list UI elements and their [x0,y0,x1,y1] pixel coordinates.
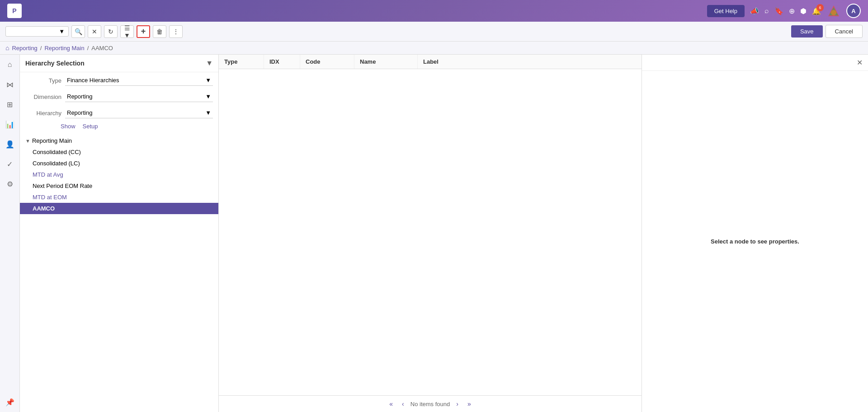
breadcrumb-reporting-main[interactable]: Reporting Main [44,45,84,52]
breadcrumb-reporting[interactable]: Reporting [12,45,37,52]
col-header-name[interactable]: Name [354,55,418,69]
type-dropdown-icon: ▼ [205,77,211,84]
top-nav: P Get Help 📣 ⌕ 🔖 ⊕ ⬢ 🔔 6 A [0,0,868,22]
tree-item[interactable]: Consolidated (LC) [20,158,218,169]
dropdown-arrow-icon: ▼ [59,28,65,35]
right-panel: ✕ Select a node to see properties. [642,55,868,412]
tree-item[interactable]: MTD at Avg [20,169,218,180]
tree-item[interactable]: Next Period EOM Rate [20,180,218,192]
collapse-button[interactable]: ▼ [206,59,213,67]
type-value: Finance Hierarchies [67,77,119,84]
hierarchy-row: Hierarchy Reporting ▼ [20,105,218,121]
show-link[interactable]: Show [61,123,75,130]
prev-page-button[interactable]: ‹ [399,399,407,408]
right-panel-content: Select a node to see properties. [642,71,868,412]
first-page-button[interactable]: « [387,399,396,408]
toolbar: ▼ 🔍 ✕ ↻ ☰ ▼ + 🗑 ⋮ Save Cancel [0,22,868,42]
cancel-button[interactable]: Cancel [826,25,863,38]
dimension-value: Reporting [67,93,92,100]
tree-item[interactable]: Consolidated (CC) [20,146,218,158]
svg-point-2 [831,10,836,15]
select-node-text: Select a node to see properties. [711,238,799,245]
setup-link[interactable]: Setup [83,123,98,130]
dimension-label: Dimension [25,94,61,100]
dimension-dropdown-icon: ▼ [205,93,211,100]
breadcrumb-sep1: / [40,45,42,52]
bookmark-icon[interactable]: 🔖 [774,7,783,15]
add-button[interactable]: + [137,25,150,38]
tree-item[interactable]: ▼Reporting Main [20,135,218,146]
search-button[interactable]: 🔍 [71,25,85,38]
pagination: « ‹ No items found › » [219,395,642,412]
last-page-button[interactable]: » [465,399,474,408]
close-right-panel-button[interactable]: ✕ [857,58,863,67]
home-icon: ⌂ [5,44,9,52]
col-header-idx[interactable]: IDX [264,55,300,69]
list-button[interactable]: ☰ ▼ [120,25,134,38]
table-body [219,69,642,395]
col-header-type[interactable]: Type [219,55,264,69]
sidebar-settings-icon[interactable]: ⚙ [4,178,16,190]
sidebar-pin-icon[interactable]: 📌 [4,396,16,408]
show-setup-row: Show Setup [20,121,218,133]
user-avatar[interactable]: A [846,4,861,18]
more-button[interactable]: ⋮ [169,25,183,38]
notification-icon[interactable]: 🔔 6 [812,7,821,15]
type-select[interactable]: Finance Hierarchies ▼ [65,75,213,86]
right-panel-header: ✕ [642,55,868,71]
megaphone-icon[interactable]: 📣 [750,7,759,15]
get-help-button[interactable]: Get Help [707,5,745,17]
save-button[interactable]: Save [791,25,823,37]
toolbar-dropdown[interactable]: ▼ [5,26,69,37]
main-content: ⌂ ⋈ ⊞ 📊 👤 ✓ ⚙ 📌 Hierarchy Selection ▼ Ty… [0,55,868,412]
breadcrumb-sep2: / [87,45,89,52]
nav-left: P [7,4,22,18]
col-header-label[interactable]: Label [418,55,642,69]
dimension-select[interactable]: Reporting ▼ [65,91,213,102]
breadcrumb: ⌂ Reporting / Reporting Main / AAMCO [0,42,868,55]
hierarchy-label: Hierarchy [25,110,61,117]
sidebar-check-icon[interactable]: ✓ [4,158,16,170]
crosshair-icon[interactable]: ⊕ [789,7,795,15]
sidebar-home-icon[interactable]: ⌂ [4,58,16,71]
tree-container: ▼Reporting MainConsolidated (CC)Consolid… [20,133,218,412]
hierarchy-value: Reporting [67,109,92,116]
next-page-button[interactable]: › [453,399,461,408]
col-header-code[interactable]: Code [300,55,354,69]
hierarchy-header: Hierarchy Selection ▼ [20,55,218,72]
sidebar-table-icon[interactable]: ⊞ [4,98,16,111]
sidebar-grid-icon[interactable]: ⋈ [4,78,16,91]
delete-button[interactable]: 🗑 [153,25,166,38]
hierarchy-title: Hierarchy Selection [25,60,85,67]
type-row: Type Finance Hierarchies ▼ [20,72,218,89]
cube-icon[interactable]: ⬢ [800,7,807,15]
clear-button[interactable]: ✕ [88,25,101,38]
notification-badge: 6 [816,4,824,11]
sidebar-chart-icon[interactable]: 📊 [4,118,16,131]
table-header: Type IDX Code Name Label [219,55,642,69]
type-label: Type [25,77,61,84]
colorful-icon [826,4,841,18]
hierarchy-dropdown-icon: ▼ [205,109,211,116]
tree-item[interactable]: AAMCO [20,203,218,214]
pagination-status: No items found [410,401,450,407]
dimension-row: Dimension Reporting ▼ [20,89,218,105]
sidebar-user-icon[interactable]: 👤 [4,138,16,150]
refresh-button[interactable]: ↻ [104,25,118,38]
breadcrumb-current: AAMCO [91,45,113,52]
search-icon[interactable]: ⌕ [764,7,769,15]
app-logo: P [7,4,22,18]
hierarchy-panel: Hierarchy Selection ▼ Type Finance Hiera… [20,55,219,412]
left-sidebar: ⌂ ⋈ ⊞ 📊 👤 ✓ ⚙ 📌 [0,55,20,412]
table-panel: Type IDX Code Name Label « ‹ No items fo… [219,55,642,412]
tree-item[interactable]: MTD at EOM [20,192,218,203]
hierarchy-select[interactable]: Reporting ▼ [65,108,213,118]
